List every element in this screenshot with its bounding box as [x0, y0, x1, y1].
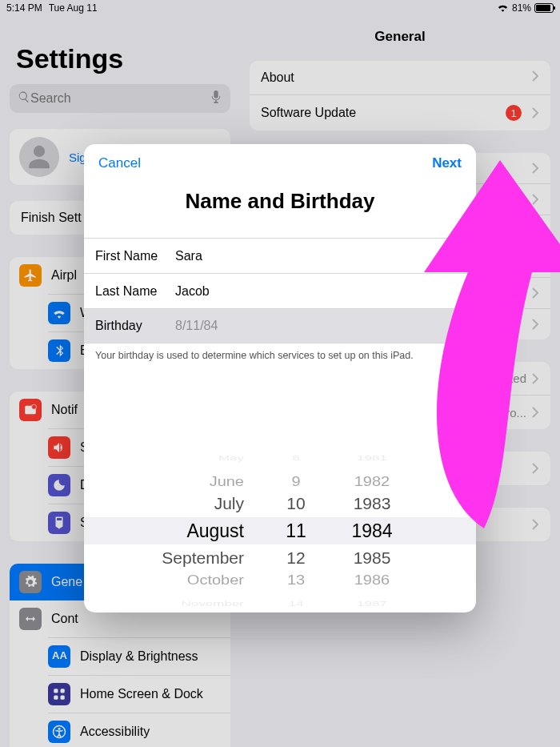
detail-title: General [240, 29, 560, 45]
picker-item[interactable]: 11 [268, 517, 324, 544]
sidebar-item[interactable]: AADisplay & Brightness [48, 637, 230, 675]
sidebar-item-label: Home Screen & Dock [80, 687, 203, 701]
svg-rect-4 [54, 696, 58, 700]
picker-days[interactable]: 891011121314 [268, 449, 324, 612]
row-icon [48, 474, 70, 496]
birthday-value: 8/11/84 [175, 319, 218, 333]
picker-item[interactable]: 1984 [332, 517, 412, 544]
group-about: About Software Update 1 [250, 61, 550, 131]
sidebar-item[interactable]: Accessibility [48, 713, 230, 747]
name-birthday-modal: Cancel Next Name and Birthday First Name… [84, 144, 476, 612]
picker-item[interactable]: 9 [268, 471, 324, 492]
row-icon [19, 608, 42, 630]
birthday-hint: Your birthday is used to determine which… [84, 343, 476, 367]
picker-item[interactable]: 14 [268, 597, 324, 611]
picker-item[interactable]: November [116, 597, 244, 611]
first-name-row[interactable]: First Name Sara [84, 238, 476, 273]
row-icon [48, 512, 70, 534]
sidebar-item-label: Accessibility [80, 725, 150, 739]
battery-percent: 81% [512, 2, 531, 14]
chevron-right-icon [531, 407, 539, 418]
sidebar-item-label: Display & Brightness [80, 649, 198, 664]
first-name-value[interactable]: Sara [175, 249, 202, 263]
row-icon [19, 571, 42, 593]
wifi-icon [497, 2, 509, 14]
row-icon [48, 339, 70, 362]
row-icon: AA [48, 645, 70, 668]
row-label: About [261, 70, 294, 85]
birthday-row[interactable]: Birthday 8/11/84 [84, 308, 476, 343]
row-icon [48, 683, 70, 705]
row-about[interactable]: About [250, 61, 550, 94]
picker-item[interactable]: 1981 [332, 452, 412, 465]
picker-months[interactable]: MayJuneJulyAugustSeptemberOctoberNovembe… [116, 449, 260, 612]
avatar [19, 137, 59, 177]
svg-point-7 [58, 728, 61, 730]
row-detail: nnected [484, 371, 526, 385]
page-title: Settings [16, 43, 230, 74]
battery-icon [534, 3, 554, 13]
picker-item[interactable]: 1986 [332, 569, 412, 591]
cancel-button[interactable]: Cancel [98, 155, 141, 171]
chevron-right-icon [531, 373, 539, 384]
row-icon [48, 302, 70, 324]
search-input[interactable] [30, 91, 211, 106]
chevron-right-icon [531, 519, 539, 530]
status-date: Tue Aug 11 [49, 2, 98, 14]
picker-item[interactable]: 13 [268, 569, 324, 591]
picker-years[interactable]: 1981198219831984198519861987 [332, 449, 412, 612]
last-name-row[interactable]: Last Name Jacob [84, 273, 476, 308]
picker-item[interactable]: October [116, 569, 244, 591]
svg-rect-2 [54, 689, 58, 693]
svg-rect-3 [61, 689, 65, 693]
chevron-right-icon [531, 70, 539, 85]
picker-item[interactable]: August [116, 517, 244, 544]
picker-item[interactable]: June [116, 471, 244, 492]
sidebar-item[interactable]: Home Screen & Dock [48, 675, 230, 713]
badge-count: 1 [506, 105, 522, 121]
search-field[interactable] [10, 84, 230, 113]
birthday-label: Birthday [95, 319, 175, 333]
picker-item[interactable]: 1985 [332, 544, 412, 572]
row-icon [48, 721, 70, 743]
sidebar-item-label: Airpl [51, 268, 77, 283]
picker-item[interactable]: September [116, 544, 244, 572]
row-label: Software Update [261, 106, 356, 120]
last-name-label: Last Name [95, 284, 175, 299]
picker-item[interactable]: 1983 [332, 490, 412, 517]
row-software-update[interactable]: Software Update 1 [250, 94, 550, 131]
last-name-value[interactable]: Jacob [175, 284, 210, 299]
picker-item[interactable]: 1987 [332, 597, 412, 611]
row-icon [19, 264, 42, 287]
picker-item[interactable]: July [116, 490, 244, 517]
row-icon [19, 399, 42, 421]
sidebar-item-label: Notif [51, 403, 78, 417]
chevron-right-icon [531, 463, 539, 474]
picker-item[interactable]: 8 [268, 452, 324, 465]
picker-item[interactable]: 10 [268, 490, 324, 517]
status-time: 5:14 PM [6, 2, 42, 14]
finish-setup-label: Finish Sett [21, 211, 82, 225]
sidebar-item-label: Gene [51, 575, 82, 589]
chevron-right-icon [531, 107, 539, 118]
picker-item[interactable]: May [116, 452, 244, 465]
picker-item[interactable]: 1982 [332, 471, 412, 492]
date-picker[interactable]: MayJuneJulyAugustSeptemberOctoberNovembe… [84, 449, 476, 612]
search-icon [18, 90, 30, 106]
status-bar: 5:14 PM Tue Aug 11 81% [0, 0, 560, 16]
sidebar-item-label: Cont [51, 612, 78, 626]
svg-point-1 [32, 404, 37, 409]
svg-rect-5 [61, 696, 65, 700]
first-name-label: First Name [95, 249, 175, 263]
next-button[interactable]: Next [432, 155, 462, 171]
modal-title: Name and Birthday [84, 189, 476, 214]
row-icon [48, 436, 70, 459]
picker-item[interactable]: 12 [268, 544, 324, 572]
mic-icon[interactable] [211, 90, 222, 106]
